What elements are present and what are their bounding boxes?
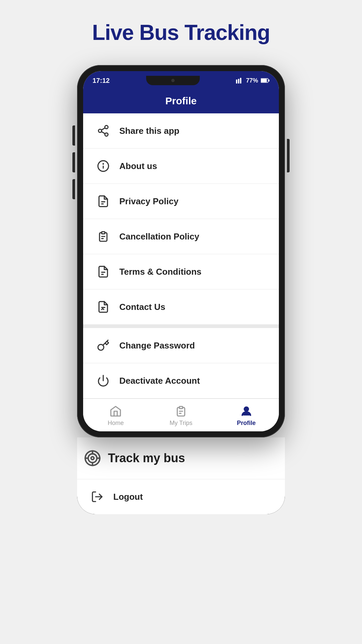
trips-icon: [175, 405, 187, 418]
app-header: Profile: [83, 89, 279, 113]
svg-rect-2: [240, 78, 241, 84]
menu-label-contact: Contact Us: [119, 302, 165, 312]
svg-line-10: [102, 128, 105, 130]
home-icon: [109, 405, 122, 418]
contact-icon: [95, 299, 111, 315]
logout-inner: Logout: [77, 479, 285, 514]
menu-item-about[interactable]: About us: [83, 149, 279, 184]
menu-item-cancellation[interactable]: Cancellation Policy: [83, 219, 279, 254]
header-title: Profile: [165, 95, 196, 106]
menu-item-contact[interactable]: Contact Us: [83, 289, 279, 325]
menu-item-terms[interactable]: Terms & Conditions: [83, 254, 279, 289]
svg-point-26: [244, 407, 248, 411]
phone-screen: 17:12 77% Profile Share this app: [83, 71, 279, 431]
nav-item-profile[interactable]: Profile: [214, 399, 279, 431]
status-time: 17:12: [93, 77, 110, 85]
phone-frame: 17:12 77% Profile Share this app: [77, 65, 285, 437]
menu-item-share[interactable]: Share this app: [83, 113, 279, 149]
nav-label-profile: Profile: [237, 420, 256, 427]
logout-icon: [89, 489, 105, 505]
menu-label-cancellation: Cancellation Policy: [119, 231, 199, 242]
doc-icon: [95, 193, 111, 209]
svg-line-9: [102, 131, 105, 133]
logout-label: Logout: [113, 492, 143, 502]
menu-label-privacy: Privacy Policy: [119, 196, 178, 207]
page-main-title: Live Bus Tracking: [92, 20, 270, 45]
bottom-nav: Home My Trips Profile: [83, 398, 279, 431]
menu-item-password[interactable]: Change Password: [83, 328, 279, 363]
notch: [146, 76, 200, 85]
nav-label-trips: My Trips: [170, 420, 192, 427]
svg-rect-4: [261, 79, 267, 82]
track-bus-row[interactable]: Track my bus: [77, 437, 285, 479]
power-icon: [95, 373, 111, 389]
svg-point-29: [91, 457, 94, 460]
svg-rect-0: [236, 79, 237, 84]
nav-item-home[interactable]: Home: [83, 399, 148, 431]
menu-label-password: Change Password: [119, 340, 195, 351]
info-icon: [95, 158, 111, 174]
nav-item-trips[interactable]: My Trips: [148, 399, 214, 431]
profile-icon: [240, 405, 253, 418]
menu-label-about: About us: [119, 161, 157, 171]
notch-camera: [171, 79, 175, 82]
svg-rect-1: [238, 79, 239, 84]
status-icons: 77%: [236, 77, 269, 84]
terms-icon: [95, 264, 111, 280]
status-bar: 17:12 77%: [83, 71, 279, 89]
doc-list-icon: [95, 228, 111, 245]
target-icon: [84, 449, 101, 467]
nav-label-home: Home: [108, 420, 124, 427]
svg-rect-23: [179, 407, 183, 409]
menu-item-privacy[interactable]: Privacy Policy: [83, 184, 279, 219]
share-icon: [95, 123, 111, 139]
menu-list: Share this app About us Privacy Policy: [83, 113, 279, 398]
menu-separator: [83, 325, 279, 328]
menu-label-deactivate: Deactivate Account: [119, 376, 200, 386]
menu-item-deactivate[interactable]: Deactivate Account: [83, 363, 279, 398]
menu-label-terms: Terms & Conditions: [119, 267, 201, 277]
svg-rect-5: [268, 79, 269, 82]
svg-point-28: [88, 454, 97, 463]
battery-text: 77%: [246, 77, 258, 84]
menu-item-logout[interactable]: Logout: [77, 479, 285, 514]
below-phone-content: Track my bus Logout: [77, 437, 285, 514]
menu-label-share: Share this app: [119, 126, 179, 136]
key-icon: [95, 337, 111, 354]
logout-section: Logout: [77, 479, 285, 514]
track-bus-label: Track my bus: [108, 451, 185, 465]
svg-rect-16: [102, 232, 105, 234]
